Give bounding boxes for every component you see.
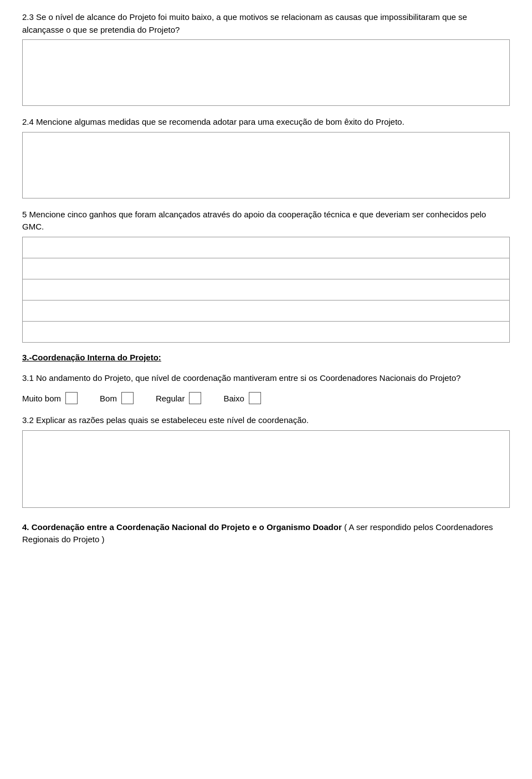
question-2-3: 2.3 Se o nível de alcance do Projeto foi… bbox=[22, 11, 510, 106]
question-5: 5 Mencione cinco ganhos que foram alcanç… bbox=[22, 208, 510, 343]
question-5-text: 5 Mencione cinco ganhos que foram alcanç… bbox=[22, 208, 510, 233]
answer-box-3-2[interactable] bbox=[22, 430, 510, 508]
checkbox-muito-bom[interactable] bbox=[65, 392, 78, 404]
option-bom-label: Bom bbox=[100, 394, 117, 403]
answer-table-5 bbox=[22, 237, 510, 343]
question-3-1-text: 3.1 No andamento do Projeto, que nível d… bbox=[22, 372, 510, 385]
table-row[interactable] bbox=[23, 321, 510, 342]
table-row[interactable] bbox=[23, 237, 510, 258]
section-4-text: 4. Coordenação entre a Coordenação Nacio… bbox=[22, 521, 510, 546]
section-4-block: 4. Coordenação entre a Coordenação Nacio… bbox=[22, 521, 510, 546]
checkbox-baixo[interactable] bbox=[249, 392, 261, 404]
option-muito-bom: Muito bom bbox=[22, 392, 78, 404]
answer-box-2-4[interactable] bbox=[22, 132, 510, 198]
question-3-2-text: 3.2 Explicar as razões pelas quais se es… bbox=[22, 414, 510, 427]
table-row[interactable] bbox=[23, 300, 510, 321]
option-bom: Bom bbox=[100, 392, 134, 404]
question-3-1: 3.1 No andamento do Projeto, que nível d… bbox=[22, 372, 510, 405]
table-row[interactable] bbox=[23, 279, 510, 300]
section-4-bold: 4. Coordenação entre a Coordenação Nacio… bbox=[22, 522, 342, 532]
option-baixo-label: Baixo bbox=[223, 394, 244, 403]
option-baixo: Baixo bbox=[223, 392, 261, 404]
checkbox-bom[interactable] bbox=[121, 392, 134, 404]
section-3-heading: 3.-Coordenação Interna do Projeto: bbox=[22, 353, 510, 362]
question-2-4: 2.4 Mencione algumas medidas que se reco… bbox=[22, 116, 510, 198]
radio-options-row: Muito bom Bom Regular Baixo bbox=[22, 392, 510, 404]
answer-box-2-3[interactable] bbox=[22, 39, 510, 106]
question-2-4-text: 2.4 Mencione algumas medidas que se reco… bbox=[22, 116, 510, 129]
checkbox-regular[interactable] bbox=[189, 392, 201, 404]
section-3-heading-block: 3.-Coordenação Interna do Projeto: bbox=[22, 353, 510, 362]
option-regular: Regular bbox=[156, 392, 202, 404]
question-3-2: 3.2 Explicar as razões pelas quais se es… bbox=[22, 414, 510, 508]
option-regular-label: Regular bbox=[156, 394, 185, 403]
table-row[interactable] bbox=[23, 258, 510, 279]
question-2-3-text: 2.3 Se o nível de alcance do Projeto foi… bbox=[22, 11, 510, 36]
option-muito-bom-label: Muito bom bbox=[22, 394, 61, 403]
